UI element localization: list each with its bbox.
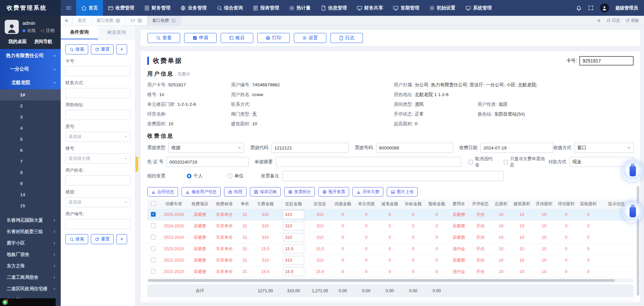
pay-amount-input[interactable] bbox=[283, 256, 304, 265]
sidebar-building-item[interactable]: 8 bbox=[0, 167, 61, 178]
sidebar-building-item[interactable]: 15 bbox=[0, 200, 61, 211]
action-button-4[interactable]: 发票拆分 bbox=[284, 187, 315, 196]
bell-icon[interactable] bbox=[576, 5, 582, 11]
workspace-tab[interactable]: 窗口收费× bbox=[147, 16, 181, 25]
tree-item-company[interactable]: 热力有限责任公司 bbox=[0, 49, 61, 62]
channel-select[interactable]: 窗口 bbox=[574, 143, 634, 153]
filter-input[interactable] bbox=[65, 88, 130, 98]
nav-item-finance[interactable]: 财务管理 bbox=[139, 0, 175, 16]
pay-amount-input[interactable] bbox=[283, 245, 304, 253]
reset-button[interactable]: 重置 bbox=[91, 234, 114, 244]
sidebar-tab-0[interactable]: 我的桌面 bbox=[5, 39, 31, 45]
nav-item-home[interactable]: 首页 bbox=[76, 0, 103, 16]
sidebar-tab-1[interactable]: 房间导航 bbox=[31, 39, 56, 45]
filter-select[interactable]: 请选择 bbox=[65, 197, 130, 207]
workspace-tab[interactable]: 1#× bbox=[125, 16, 147, 25]
scrollbar-thumb[interactable] bbox=[148, 279, 615, 282]
sidebar-community-item[interactable]: 二道区民政局住宅楼 bbox=[0, 283, 61, 295]
tab-tree-query[interactable]: 树形查询 bbox=[98, 26, 135, 39]
sidebar-community-item[interactable]: 长春鸿石国际大厦 bbox=[0, 215, 61, 226]
row-checkbox[interactable] bbox=[151, 212, 156, 217]
tab-close-icon[interactable]: × bbox=[171, 18, 176, 23]
pay-amount-input[interactable] bbox=[283, 210, 304, 219]
avatar[interactable] bbox=[600, 3, 609, 12]
bill-code-input[interactable] bbox=[271, 143, 349, 153]
table-row[interactable]: 2022-2023采暖费车库单价3131031000000采暖费开供101010… bbox=[147, 255, 634, 266]
filter-input[interactable] bbox=[65, 219, 130, 229]
double-right-icon[interactable] bbox=[597, 18, 601, 23]
tree-item-branch[interactable]: 一分公司 bbox=[0, 62, 61, 76]
toolbar-button-5[interactable]: 日志 bbox=[330, 33, 363, 43]
tree-item-community[interactable]: 北航老院 bbox=[0, 76, 61, 89]
tabs-scroll-left-button[interactable] bbox=[61, 16, 73, 25]
sidebar-community-item[interactable]: 东方之珠 bbox=[0, 260, 61, 272]
sidebar-building-item[interactable]: 2 bbox=[0, 100, 61, 112]
reset-button[interactable]: 重置 bbox=[91, 44, 114, 54]
tab-condition-query[interactable]: 条件查询 bbox=[61, 26, 98, 39]
table-row[interactable]: 2023-2024采暖费车库单价3115.515.500000违约金开供1010… bbox=[147, 243, 634, 255]
fee-date-input[interactable] bbox=[480, 143, 553, 153]
action-button-6[interactable]: 历年欠费 bbox=[353, 187, 383, 196]
floating-pointer-widget[interactable] bbox=[622, 202, 643, 222]
filter-input[interactable] bbox=[65, 66, 130, 76]
action-button-0[interactable]: 合同信息 bbox=[147, 187, 178, 196]
nav-item-query[interactable]: 综合查询 bbox=[212, 0, 248, 16]
sidebar-community-item[interactable]: 晨宇小区 bbox=[0, 237, 61, 249]
nav-item-init[interactable]: 初始设置 bbox=[424, 0, 461, 16]
nav-item-first[interactable]: 首期管理 bbox=[388, 0, 424, 16]
floating-pointer-widget[interactable] bbox=[622, 161, 643, 181]
invoice-note-input[interactable] bbox=[282, 171, 503, 181]
table-row[interactable]: 2022-2023采暖费车库单价3115.515.500000违约金开供1010… bbox=[147, 266, 634, 277]
action-button-1[interactable]: 修改用户信息 bbox=[181, 187, 221, 196]
tab-close-icon[interactable]: × bbox=[116, 18, 120, 23]
refresh-button[interactable]: 刷新 bbox=[626, 18, 639, 24]
sidebar-community-item[interactable]: 地板厂宿舍 bbox=[0, 249, 61, 260]
panel-collapse-handle[interactable] bbox=[136, 157, 138, 172]
nav-item-system[interactable]: 系统管理 bbox=[461, 0, 497, 16]
filter-input[interactable] bbox=[65, 110, 130, 120]
browser-icon[interactable] bbox=[2, 300, 8, 305]
summary-input[interactable] bbox=[276, 157, 461, 167]
nav-item-info[interactable]: 信息管理 bbox=[316, 0, 352, 16]
pay-amount-input[interactable] bbox=[283, 267, 304, 276]
add-button[interactable]: + bbox=[116, 234, 127, 244]
action-button-5[interactable]: 预开发票 bbox=[318, 187, 349, 196]
table-row[interactable]: 2023-2024采暖费车库单价3131031000000采暖费开供101010… bbox=[147, 232, 634, 243]
nav-item-heat[interactable]: 热计量 bbox=[284, 0, 316, 16]
tab-close-icon[interactable]: × bbox=[138, 18, 142, 23]
action-button-7[interactable]: 图片上传 bbox=[387, 187, 418, 196]
workspace-tab[interactable]: 窗口收费× bbox=[92, 16, 125, 25]
sidebar-building-item[interactable]: 14 bbox=[0, 189, 61, 200]
sidebar-community-item[interactable]: 二道工商局宿舍 bbox=[0, 272, 61, 283]
radio-personal[interactable]: 个人 bbox=[187, 173, 203, 179]
menu-toggle-button[interactable] bbox=[61, 0, 76, 16]
fullscreen-icon[interactable] bbox=[588, 5, 594, 11]
sidebar-building-item[interactable]: 6 bbox=[0, 145, 61, 156]
row-checkbox[interactable] bbox=[151, 246, 156, 251]
sidebar-building-item[interactable]: 9 bbox=[0, 178, 61, 189]
action-button-2[interactable]: 拍照 bbox=[224, 187, 247, 196]
horizontal-scrollbar[interactable] bbox=[147, 279, 634, 282]
nav-item-report[interactable]: 报表管理 bbox=[248, 0, 284, 16]
only-arrears-checkbox[interactable]: 只显示欠费年度信息 bbox=[504, 156, 548, 168]
row-checkbox[interactable] bbox=[151, 258, 156, 262]
search-button[interactable]: 搜索 bbox=[65, 234, 88, 244]
table-row[interactable]: 2025-2026采暖费车库单价3131031000000采暖费开供101010… bbox=[147, 209, 634, 220]
action-button-3[interactable]: 保存记账 bbox=[250, 187, 281, 196]
row-checkbox[interactable] bbox=[151, 223, 156, 228]
nav-item-finshare[interactable]: 财务共享 bbox=[352, 0, 388, 16]
workspace-tab[interactable]: 首页 bbox=[73, 16, 92, 25]
cancel-penalty-checkbox[interactable]: 取消违约金 bbox=[469, 156, 496, 168]
toolbar-button-0[interactable]: 查看 bbox=[148, 33, 180, 43]
row-checkbox[interactable] bbox=[151, 235, 156, 239]
radio-company[interactable]: 单位 bbox=[228, 173, 244, 179]
table-row[interactable]: 2024-2025采暖费车库单价3131031000000采暖费开供101010… bbox=[147, 220, 634, 232]
sidebar-building-item[interactable]: 1# bbox=[0, 89, 61, 100]
sidebar-building-item[interactable]: 5 bbox=[0, 134, 61, 145]
logout-button[interactable]: 注销 bbox=[46, 28, 54, 34]
card-no-input[interactable] bbox=[579, 56, 634, 65]
toolbar-button-1[interactable]: 申请 bbox=[184, 33, 217, 43]
nav-item-fee[interactable]: 收费管理 bbox=[103, 0, 139, 16]
nav-item-business[interactable]: 业务管理 bbox=[175, 0, 212, 16]
log-button[interactable]: 日志 bbox=[606, 18, 620, 24]
